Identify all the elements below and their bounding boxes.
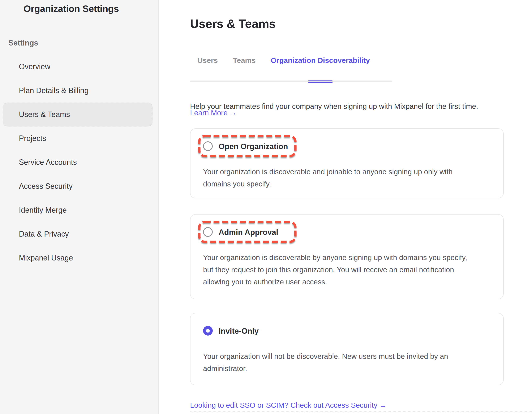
option-label-open-organization[interactable]: Open Organization	[218, 142, 288, 151]
option-label-admin-approval[interactable]: Admin Approval	[218, 228, 278, 237]
radio-invite-only[interactable]	[203, 326, 213, 336]
option-description-admin-approval: Your organization is discoverable by any…	[203, 252, 479, 288]
sidebar-item-identity-merge[interactable]: Identity Merge	[3, 198, 152, 222]
option-description-invite-only: Your organization will not be discoverab…	[203, 350, 479, 375]
tab-organization-discoverability[interactable]: Organization Discoverability	[271, 56, 370, 82]
radio-open-organization[interactable]	[203, 141, 213, 151]
option-description-open-organization: Your organization is discoverable and jo…	[203, 166, 479, 190]
sidebar-section-label: Settings	[8, 38, 38, 47]
option-label-invite-only[interactable]: Invite-Only	[218, 327, 259, 336]
sidebar-item-data-privacy[interactable]: Data & Privacy	[3, 222, 152, 246]
option-card-open-organization: Open OrganizationYour organization is di…	[190, 128, 504, 198]
tab-list: UsersTeamsOrganization Discoverability	[190, 56, 400, 82]
access-security-link[interactable]: Looking to edit SSO or SCIM? Check out A…	[190, 401, 387, 409]
sidebar-item-service-accounts[interactable]: Service Accounts	[3, 150, 152, 174]
option-card-invite-only: Invite-OnlyYour organization will not be…	[190, 313, 504, 385]
sidebar-item-users-teams[interactable]: Users & Teams	[3, 103, 152, 126]
learn-more-link[interactable]: Learn More →	[190, 109, 237, 117]
sidebar-item-overview[interactable]: Overview	[3, 55, 152, 79]
sidebar-item-mixpanel-usage[interactable]: Mixpanel Usage	[3, 246, 152, 270]
tab-bar: UsersTeamsOrganization Discoverability	[190, 56, 400, 82]
bottom-divider	[190, 412, 532, 412]
tab-track	[190, 81, 392, 82]
organization-settings-screen: Organization Settings Settings OverviewP…	[0, 0, 532, 414]
sidebar-nav: OverviewPlan Details & BillingUsers & Te…	[3, 55, 152, 270]
main-content: Users & Teams UsersTeamsOrganization Dis…	[159, 0, 532, 414]
sidebar-title: Organization Settings	[23, 3, 119, 14]
option-card-admin-approval: Admin ApprovalYour organization is disco…	[190, 214, 504, 299]
sidebar-item-plan-details-billing[interactable]: Plan Details & Billing	[3, 79, 152, 103]
sidebar-item-projects[interactable]: Projects	[3, 126, 152, 150]
tab-users[interactable]: Users	[197, 56, 218, 82]
page-title: Users & Teams	[190, 17, 276, 31]
sidebar-item-access-security[interactable]: Access Security	[3, 174, 152, 198]
sidebar: Organization Settings Settings OverviewP…	[0, 0, 159, 414]
tab-teams[interactable]: Teams	[233, 56, 256, 82]
radio-admin-approval[interactable]	[203, 227, 213, 237]
